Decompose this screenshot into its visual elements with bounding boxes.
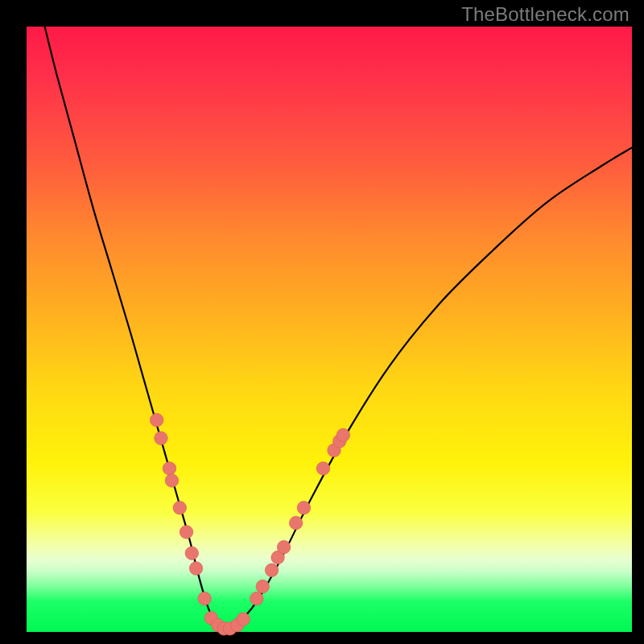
marker-dot: [250, 592, 263, 605]
bottleneck-curve: [45, 27, 632, 630]
marker-dot: [173, 502, 187, 515]
curve-svg: [27, 27, 632, 632]
plot-area: [27, 27, 632, 632]
marker-dot: [336, 428, 350, 442]
marker-dot: [185, 547, 199, 560]
marker-dot: [189, 562, 203, 576]
marker-dot: [289, 516, 303, 530]
marker-dot: [165, 474, 179, 488]
marker-dot: [163, 462, 176, 476]
watermark-text: TheBottleneck.com: [461, 3, 630, 26]
marker-dot: [155, 431, 168, 445]
marker-dot: [265, 564, 279, 577]
marker-dot: [198, 592, 212, 605]
marker-dot: [277, 540, 291, 554]
marker-dot: [150, 414, 163, 427]
marker-dots-group: [150, 414, 349, 636]
marker-dot: [297, 502, 311, 515]
chart-frame: TheBottleneck.com: [0, 0, 644, 644]
marker-dot: [316, 462, 330, 476]
marker-dot: [256, 580, 270, 593]
marker-dot: [237, 613, 250, 626]
marker-dot: [180, 526, 193, 539]
